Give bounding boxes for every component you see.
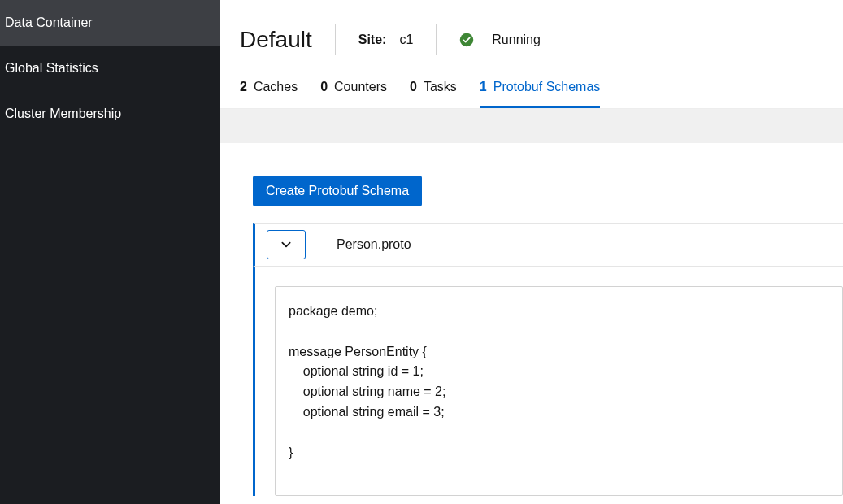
- tab-tasks[interactable]: 0 Tasks: [410, 76, 457, 108]
- schema-code: package demo; message PersonEntity { opt…: [275, 286, 843, 496]
- tabs: 2 Caches 0 Counters 0 Tasks 1 Protobuf S…: [220, 76, 843, 109]
- page-header: Default Site: c1 Running: [220, 0, 843, 76]
- sidebar-item-label: Cluster Membership: [5, 106, 121, 121]
- content-separator: [220, 109, 843, 143]
- divider: [335, 24, 336, 55]
- tab-label: Tasks: [424, 80, 457, 94]
- site-block: Site: c1: [358, 33, 414, 47]
- tab-caches[interactable]: 2 Caches: [240, 76, 298, 108]
- schema-header: Person.proto: [253, 223, 843, 267]
- tab-protobuf-schemas[interactable]: 1 Protobuf Schemas: [480, 76, 601, 108]
- expand-toggle-button[interactable]: [267, 230, 306, 259]
- main-panel: Default Site: c1 Running 2 Caches: [220, 0, 843, 504]
- schema-name: Person.proto: [337, 237, 411, 252]
- tab-count: 2: [240, 80, 247, 94]
- status-block: Running: [459, 33, 541, 47]
- site-value: c1: [399, 33, 413, 47]
- tab-count: 1: [480, 80, 487, 94]
- code-wrap: package demo; message PersonEntity { opt…: [253, 267, 843, 496]
- create-protobuf-schema-button[interactable]: Create Protobuf Schema: [253, 176, 422, 206]
- sidebar-item-cluster-membership[interactable]: Cluster Membership: [0, 91, 220, 137]
- site-label: Site:: [358, 33, 387, 47]
- tab-label: Protobuf Schemas: [493, 80, 601, 94]
- page-title: Default: [240, 27, 312, 53]
- tab-counters[interactable]: 0 Counters: [320, 76, 387, 108]
- sidebar-item-label: Data Container: [5, 15, 93, 30]
- sidebar: Data Container Global Statistics Cluster…: [0, 0, 220, 504]
- divider: [436, 24, 437, 55]
- status-text: Running: [492, 33, 541, 47]
- chevron-down-icon: [280, 239, 292, 250]
- tab-count: 0: [410, 80, 417, 94]
- sidebar-item-data-container[interactable]: Data Container: [0, 0, 220, 46]
- content-panel: Create Protobuf Schema Person.proto pack…: [220, 143, 843, 504]
- sidebar-item-label: Global Statistics: [5, 61, 98, 76]
- sidebar-item-global-statistics[interactable]: Global Statistics: [0, 46, 220, 91]
- tab-count: 0: [320, 80, 328, 94]
- schema-block: Person.proto package demo; message Perso…: [253, 223, 843, 496]
- check-circle-icon: [459, 33, 474, 47]
- tab-label: Counters: [334, 80, 387, 94]
- tab-label: Caches: [254, 80, 298, 94]
